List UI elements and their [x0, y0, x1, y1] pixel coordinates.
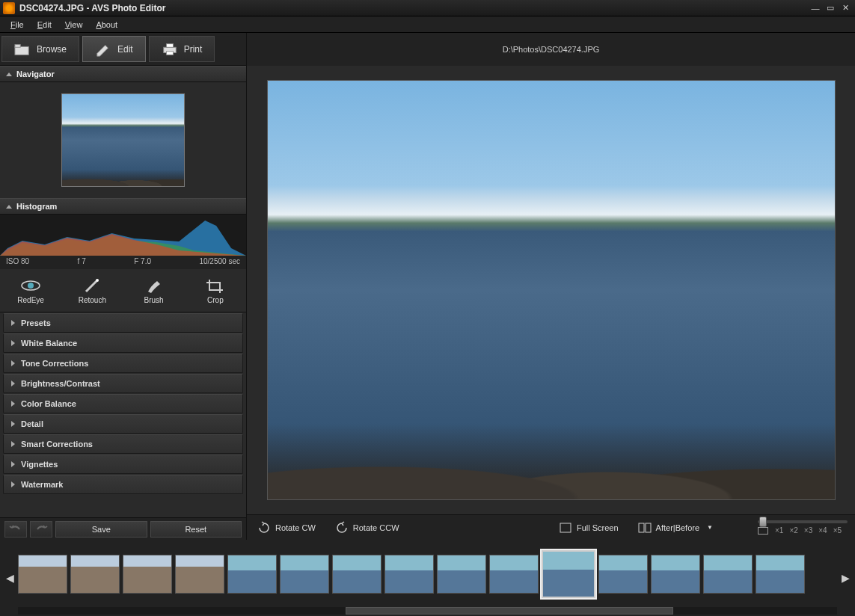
thumbnail-image: [704, 555, 752, 593]
viewer-toolbar: Rotate CW Rotate CCW Full Screen After|B…: [247, 514, 855, 540]
afterbefore-button[interactable]: After|Before ▼: [635, 519, 716, 537]
brush-icon: [144, 277, 165, 295]
zoom-preset[interactable]: ×2: [787, 526, 800, 535]
crop-icon: [205, 277, 226, 295]
save-label: Save: [92, 525, 111, 534]
histo-aperture1: f 7: [78, 257, 86, 268]
thumbnail[interactable]: [123, 555, 172, 594]
menu-edit[interactable]: Edit: [31, 19, 58, 31]
redo-button[interactable]: [30, 521, 52, 538]
fit-icon[interactable]: [758, 527, 768, 535]
thumbnail-image: [333, 555, 381, 593]
thumbnail[interactable]: [332, 555, 381, 594]
tool-retouch[interactable]: Retouch: [61, 269, 123, 312]
thumbnail[interactable]: [70, 555, 120, 594]
tool-crop[interactable]: Crop: [185, 269, 246, 312]
zoom-preset[interactable]: ×3: [802, 526, 815, 535]
menu-view[interactable]: View: [59, 19, 89, 31]
thumbnail[interactable]: [18, 555, 67, 594]
navigator-label: Navigator: [16, 70, 55, 78]
chevron-right-icon: [11, 421, 15, 427]
thumbnail[interactable]: [437, 555, 486, 594]
thumbnail[interactable]: [703, 555, 753, 594]
navigator-thumbnail[interactable]: [61, 93, 185, 187]
accordion-presets[interactable]: Presets: [3, 313, 243, 333]
thumbnail[interactable]: [756, 555, 805, 594]
menu-bar: File Edit View About: [0, 16, 855, 33]
navigator-header[interactable]: Navigator: [0, 66, 246, 82]
scrollbar-thumb[interactable]: [346, 607, 673, 615]
accordion-watermark[interactable]: Watermark: [3, 475, 243, 494]
accordion-color-balance[interactable]: Color Balance: [3, 394, 243, 413]
thumbnail[interactable]: [542, 550, 595, 598]
strip-scrollbar[interactable]: [18, 607, 837, 615]
strip-next-button[interactable]: ▶: [840, 552, 851, 604]
close-button[interactable]: ✕: [839, 3, 852, 13]
accordion-label: Color Balance: [21, 399, 76, 408]
rotate-cw-icon: [257, 521, 271, 535]
save-button[interactable]: Save: [55, 521, 147, 538]
tool-retouch-label: Retouch: [79, 296, 106, 304]
accordion-detail[interactable]: Detail: [3, 414, 243, 434]
thumbnail[interactable]: [384, 555, 434, 594]
fullscreen-label: Full Screen: [577, 523, 619, 532]
rotate-ccw-label: Rotate CCW: [353, 523, 399, 532]
adjustments-accordion: PresetsWhite BalanceTone CorrectionsBrig…: [0, 312, 246, 517]
tab-edit[interactable]: Edit: [82, 36, 146, 62]
rotate-cw-button[interactable]: Rotate CW: [254, 519, 319, 537]
rotate-ccw-button[interactable]: Rotate CCW: [332, 519, 402, 537]
zoom-thumb[interactable]: [759, 517, 767, 527]
zoom-slider[interactable]: [758, 520, 848, 523]
thumbnail-image: [385, 555, 433, 593]
minimize-button[interactable]: —: [809, 3, 822, 13]
thumbnail-image: [123, 555, 171, 593]
accordion-white-balance[interactable]: White Balance: [3, 333, 243, 353]
undo-icon: [9, 525, 22, 534]
thumbnail[interactable]: [280, 555, 329, 594]
thumbnail[interactable]: [175, 555, 224, 594]
dropdown-arrow-icon: ▼: [707, 524, 713, 531]
thumbnail[interactable]: [598, 555, 648, 594]
chevron-right-icon: [11, 360, 15, 366]
histogram-header[interactable]: Histogram: [0, 198, 246, 215]
tool-redeye[interactable]: RedEye: [0, 269, 61, 312]
chevron-right-icon: [11, 461, 15, 467]
accordion-label: Presets: [21, 318, 51, 327]
reset-button[interactable]: Reset: [150, 521, 242, 538]
thumbnail-image: [599, 555, 647, 593]
menu-about[interactable]: About: [90, 19, 123, 31]
histogram-info: ISO 80 f 7 F 7.0 10/2500 sec: [0, 256, 246, 269]
title-sep: -: [84, 3, 91, 13]
zoom-presets: ×1×2×3×4×5: [758, 526, 844, 535]
accordion-smart-corrections[interactable]: Smart Corrections: [3, 434, 243, 454]
tool-crop-label: Crop: [207, 296, 224, 304]
accordion-label: Vignettes: [21, 460, 58, 469]
accordion-vignettes[interactable]: Vignettes: [3, 455, 243, 474]
title-appname: AVS Photo Editor: [91, 3, 165, 13]
maximize-button[interactable]: ▭: [824, 3, 837, 13]
file-path: D:\Photos\DSC04274.JPG: [247, 33, 855, 66]
zoom-preset[interactable]: ×5: [831, 526, 844, 535]
tab-print[interactable]: Print: [149, 36, 215, 62]
main-image[interactable]: [267, 80, 836, 500]
strip-prev-button[interactable]: ◀: [4, 552, 15, 604]
thumbnail[interactable]: [651, 555, 700, 594]
window-title: DSC04274.JPG - AVS Photo Editor: [19, 3, 165, 13]
thumbnail-image: [71, 555, 119, 593]
thumbnail-image: [490, 555, 538, 593]
svg-rect-4: [166, 51, 173, 55]
undo-button[interactable]: [4, 521, 27, 538]
accordion-brightness-contrast[interactable]: Brightness/Contrast: [3, 374, 243, 393]
fullscreen-button[interactable]: Full Screen: [556, 519, 622, 537]
tab-browse[interactable]: Browse: [1, 36, 79, 62]
histogram-chart: [0, 215, 246, 256]
menu-file[interactable]: File: [4, 19, 30, 31]
thumbnail-image: [438, 555, 485, 593]
accordion-tone-corrections[interactable]: Tone Corrections: [3, 354, 243, 373]
tool-brush[interactable]: Brush: [123, 269, 185, 312]
thumbnails: [15, 546, 840, 610]
thumbnail[interactable]: [489, 555, 539, 594]
thumbnail[interactable]: [227, 555, 277, 594]
zoom-preset[interactable]: ×4: [816, 526, 829, 535]
zoom-preset[interactable]: ×1: [773, 526, 785, 535]
